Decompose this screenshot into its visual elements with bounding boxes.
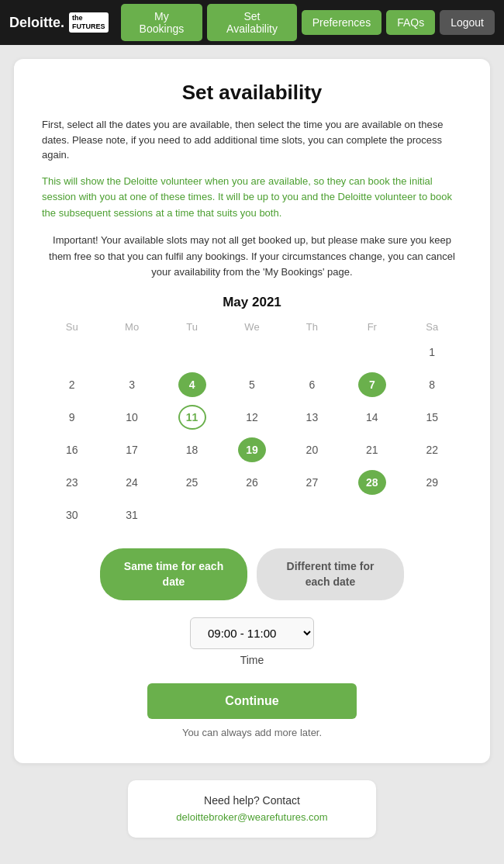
cal-day-empty [42, 336, 102, 368]
cal-day-18[interactable]: 18 [162, 434, 222, 466]
cal-day-11[interactable]: 11 [162, 401, 222, 434]
footer-email-link[interactable]: deloittebroker@wearefutures.com [176, 811, 327, 823]
nav-bookings-btn[interactable]: My Bookings [121, 4, 203, 41]
cal-day-27[interactable]: 27 [282, 466, 342, 499]
cal-header-we: We [222, 318, 281, 336]
table-row: 2 3 4 5 6 7 8 [42, 368, 462, 401]
description-2: This will show the Deloitte volunteer wh… [42, 174, 462, 222]
cal-day-29[interactable]: 29 [402, 466, 462, 499]
cal-header-tu: Tu [162, 318, 222, 336]
cal-day-empty [342, 499, 402, 531]
cal-day-empty [282, 499, 342, 531]
cal-day-empty [222, 336, 281, 368]
logo: Deloitte. theFUTURES [9, 12, 109, 33]
cal-day-22[interactable]: 22 [402, 434, 462, 466]
cal-day-10[interactable]: 10 [102, 401, 161, 434]
description-1: First, select all the dates you are avai… [42, 117, 462, 163]
different-time-btn[interactable]: Different time for each date [257, 548, 404, 600]
same-time-btn[interactable]: Same time for each date [100, 548, 247, 600]
cal-header-th: Th [282, 318, 342, 336]
cal-day-empty [102, 336, 161, 368]
cal-day-9[interactable]: 9 [42, 401, 102, 434]
footer: Need help? Contact deloittebroker@wearef… [128, 780, 376, 838]
cal-day-30[interactable]: 30 [42, 499, 102, 531]
time-dropdown[interactable]: 09:00 - 11:00 [190, 617, 314, 649]
cal-day-5[interactable]: 5 [222, 368, 281, 401]
logo-futures: theFUTURES [69, 12, 109, 33]
continue-note: You can always add more later. [182, 727, 322, 738]
cal-day-empty [282, 336, 342, 368]
cal-header-fr: Fr [342, 318, 402, 336]
cal-day-13[interactable]: 13 [282, 401, 342, 434]
navbar: Deloitte. theFUTURES My Bookings Set Ava… [0, 0, 504, 45]
nav-logout-btn[interactable]: Logout [440, 10, 495, 35]
table-row: 30 31 [42, 499, 462, 531]
calendar-title: May 2021 [42, 295, 462, 310]
cal-day-7[interactable]: 7 [342, 368, 402, 401]
nav-availability-btn[interactable]: Set Availability [207, 4, 296, 41]
cal-day-empty [402, 499, 462, 531]
continue-section: Continue You can always add more later. [42, 683, 462, 738]
footer-help-text: Need help? Contact [143, 794, 361, 807]
nav-faqs-btn[interactable]: FAQs [386, 10, 435, 35]
table-row: 23 24 25 26 27 28 29 [42, 466, 462, 499]
time-label: Time [240, 654, 264, 666]
cal-day-23[interactable]: 23 [42, 466, 102, 499]
cal-day-empty [162, 499, 222, 531]
table-row: 9 10 11 12 13 14 15 [42, 401, 462, 434]
cal-day-empty [162, 336, 222, 368]
cal-day-28[interactable]: 28 [342, 466, 402, 499]
nav-preferences-btn[interactable]: Preferences [302, 10, 381, 35]
table-row: 16 17 18 19 20 21 22 [42, 434, 462, 466]
cal-header-mo: Mo [102, 318, 161, 336]
cal-day-17[interactable]: 17 [102, 434, 161, 466]
cal-day-19[interactable]: 19 [222, 434, 281, 466]
cal-day-2[interactable]: 2 [42, 368, 102, 401]
cal-day-25[interactable]: 25 [162, 466, 222, 499]
continue-button[interactable]: Continue [147, 683, 357, 719]
time-select-section: 09:00 - 11:00 Time [42, 617, 462, 666]
calendar-grid: Su Mo Tu We Th Fr Sa [42, 318, 462, 531]
cal-day-empty [222, 499, 281, 531]
cal-day-21[interactable]: 21 [342, 434, 402, 466]
cal-day-31[interactable]: 31 [102, 499, 161, 531]
cal-day-15[interactable]: 15 [402, 401, 462, 434]
cal-day-16[interactable]: 16 [42, 434, 102, 466]
calendar-section: May 2021 Su Mo Tu We Th Fr Sa [42, 295, 462, 531]
cal-day-24[interactable]: 24 [102, 466, 161, 499]
logo-deloitte: Deloitte. [9, 15, 64, 31]
cal-day-1[interactable]: 1 [402, 336, 462, 368]
cal-day-20[interactable]: 20 [282, 434, 342, 466]
cal-day-26[interactable]: 26 [222, 466, 281, 499]
table-row: 1 [42, 336, 462, 368]
cal-day-6[interactable]: 6 [282, 368, 342, 401]
cal-day-12[interactable]: 12 [222, 401, 281, 434]
cal-day-empty [342, 336, 402, 368]
description-3: Important! Your available slots may not … [42, 233, 462, 281]
page-title: Set availability [42, 81, 462, 105]
cal-day-4[interactable]: 4 [162, 368, 222, 401]
time-toggle-row: Same time for each date Different time f… [42, 548, 462, 600]
page-wrapper: Set availability First, select all the d… [0, 45, 504, 859]
cal-day-3[interactable]: 3 [102, 368, 161, 401]
main-card: Set availability First, select all the d… [14, 59, 490, 763]
cal-day-14[interactable]: 14 [342, 401, 402, 434]
cal-day-8[interactable]: 8 [402, 368, 462, 401]
cal-header-sa: Sa [402, 318, 462, 336]
cal-header-su: Su [42, 318, 102, 336]
